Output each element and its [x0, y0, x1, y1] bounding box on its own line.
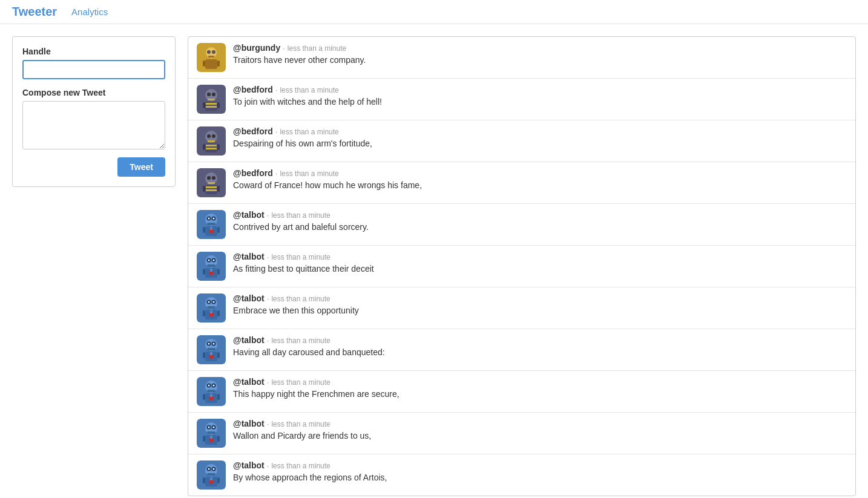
tweet-header: @bedford·less than a minute	[233, 85, 847, 94]
tweet-content: @talbot·less than a minuteEmbrace we the…	[233, 293, 847, 317]
svg-rect-119	[217, 477, 220, 483]
svg-rect-35	[206, 189, 217, 191]
tweet-separator: ·	[275, 127, 278, 136]
svg-rect-2	[205, 59, 217, 69]
tweet-handle: @talbot	[233, 335, 265, 345]
svg-rect-56	[207, 264, 215, 267]
svg-point-102	[208, 427, 210, 428]
svg-rect-12	[208, 99, 215, 100]
tweet-handle: @talbot	[233, 293, 265, 303]
tweet-timestamp: less than a minute	[271, 211, 330, 220]
svg-rect-118	[203, 477, 205, 483]
svg-rect-15	[206, 106, 217, 108]
svg-rect-59	[217, 269, 220, 275]
tweet-content: @talbot·less than a minuteContrived by a…	[233, 210, 847, 234]
svg-rect-58	[203, 269, 205, 275]
svg-rect-83	[217, 352, 220, 358]
svg-rect-116	[207, 473, 215, 476]
tweet-text: Having all day caroused and banqueted:	[233, 347, 847, 359]
svg-rect-104	[207, 431, 215, 434]
avatar	[197, 419, 226, 448]
svg-rect-92	[207, 390, 215, 392]
tweet-header: @talbot·less than a minute	[233, 460, 847, 470]
svg-rect-26	[203, 144, 205, 150]
tweet-handle: @talbot	[233, 460, 265, 470]
tweet-content: @talbot·less than a minuteBy whose appro…	[233, 460, 847, 484]
tweet-header: @talbot·less than a minute	[233, 210, 847, 220]
svg-point-3	[207, 50, 211, 54]
tweet-handle: @bedford	[233, 85, 273, 94]
svg-point-31	[212, 176, 215, 180]
tweet-separator: ·	[275, 169, 278, 178]
tweet-button-row: Tweet	[22, 157, 165, 177]
svg-point-30	[207, 176, 211, 180]
svg-rect-44	[207, 223, 215, 225]
tweet-content: @bedford·less than a minuteCoward of Fra…	[233, 168, 847, 192]
svg-point-54	[208, 260, 210, 261]
tweet-content: @talbot·less than a minuteThis happy nig…	[233, 377, 847, 401]
svg-rect-32	[208, 182, 215, 184]
svg-point-21	[212, 134, 215, 138]
tweet-text: Wallon and Picardy are friends to us,	[233, 430, 847, 442]
svg-point-67	[213, 301, 215, 303]
tweet-header: @bedford·less than a minute	[233, 168, 847, 178]
tweet-textarea[interactable]	[22, 101, 165, 149]
tweet-timestamp: less than a minute	[271, 378, 330, 387]
svg-point-66	[208, 301, 210, 303]
app-title[interactable]: Tweeter	[12, 5, 57, 19]
tweet-item: @talbot·less than a minuteAs fitting bes…	[188, 246, 855, 287]
avatar	[197, 43, 226, 72]
svg-point-42	[208, 218, 210, 220]
compose-panel: Handle Compose new Tweet Tweet	[12, 36, 176, 187]
tweet-separator: ·	[267, 419, 269, 428]
svg-rect-49	[210, 227, 212, 230]
svg-rect-25	[206, 148, 217, 149]
svg-rect-16	[203, 102, 205, 108]
tweet-timestamp: less than a minute	[280, 86, 338, 94]
svg-rect-106	[203, 436, 205, 442]
tweet-timestamp: less than a minute	[271, 336, 330, 345]
svg-point-4	[212, 50, 215, 54]
tweet-text: Embrace we then this opportunity	[233, 305, 847, 317]
svg-point-11	[212, 93, 215, 96]
tweet-timestamp: less than a minute	[271, 253, 330, 261]
tweet-timestamp: less than a minute	[280, 128, 338, 136]
avatar	[197, 460, 226, 490]
tweet-text: Coward of France! how much he wrongs his…	[233, 180, 847, 192]
tweet-button[interactable]: Tweet	[117, 157, 165, 177]
tweet-separator: ·	[267, 252, 269, 261]
tweet-text: Traitors have never other company.	[233, 54, 847, 67]
tweet-header: @talbot·less than a minute	[233, 293, 847, 303]
tweet-item: @talbot·less than a minuteEmbrace we the…	[188, 287, 855, 329]
svg-rect-14	[206, 103, 217, 105]
tweet-item: @talbot·less than a minuteHaving all day…	[188, 329, 855, 371]
tweet-item: @bedford·less than a minuteTo join with …	[188, 79, 855, 120]
svg-point-43	[213, 218, 215, 220]
tweet-text: This happy night the Frenchmen are secur…	[233, 388, 847, 401]
tweet-timestamp: less than a minute	[280, 169, 338, 178]
tweet-text: As fitting best to quittance their decei…	[233, 263, 847, 275]
svg-rect-121	[210, 477, 212, 480]
avatar	[197, 252, 226, 281]
tweet-text: To join with witches and the help of hel…	[233, 96, 847, 108]
tweet-item: @talbot·less than a minuteWallon and Pic…	[188, 413, 855, 454]
svg-rect-70	[203, 310, 205, 316]
tweet-header: @talbot·less than a minute	[233, 252, 847, 261]
svg-rect-85	[210, 352, 212, 355]
handle-input[interactable]	[22, 60, 165, 79]
svg-rect-109	[210, 436, 212, 439]
svg-point-20	[207, 134, 211, 138]
svg-rect-27	[217, 144, 220, 150]
svg-rect-94	[203, 394, 205, 400]
tweet-text: By whose approach the regions of Artois,	[233, 472, 847, 484]
tweet-content: @bedford·less than a minuteTo join with …	[233, 85, 847, 108]
avatar	[197, 85, 226, 114]
tweet-item: @talbot·less than a minuteBy whose appro…	[188, 454, 855, 496]
tweet-separator: ·	[267, 211, 269, 220]
tweet-handle: @talbot	[233, 252, 265, 261]
handle-label: Handle	[22, 47, 165, 56]
tweet-feed: @burgundy·less than a minuteTraitors hav…	[188, 36, 856, 496]
tweet-separator: ·	[283, 44, 285, 53]
svg-point-55	[213, 260, 215, 261]
analytics-nav-link[interactable]: Analytics	[71, 7, 108, 17]
